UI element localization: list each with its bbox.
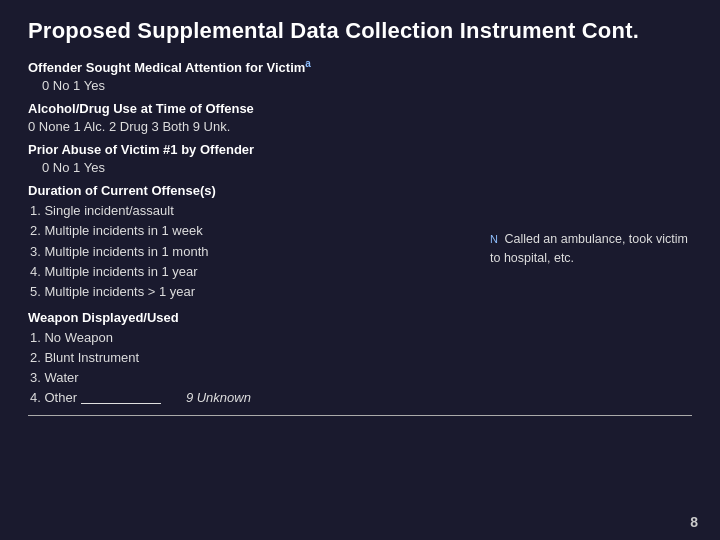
side-note: N Called an ambulance, took victim to ho… — [490, 230, 690, 268]
bottom-divider — [28, 415, 692, 416]
list-item: 4. Other 9 Unknown — [30, 388, 692, 408]
slide: Proposed Supplemental Data Collection In… — [0, 0, 720, 540]
section-medical-label: Offender Sought Medical Attention for Vi… — [28, 58, 692, 75]
section-duration-label: Duration of Current Offense(s) — [28, 183, 692, 198]
list-item: 5. Multiple incidents > 1 year — [30, 282, 692, 302]
list-item: 1. No Weapon — [30, 328, 692, 348]
section-medical-options: 0 No 1 Yes — [28, 78, 692, 93]
section-prior-label: Prior Abuse of Victim #1 by Offender — [28, 142, 692, 157]
side-note-text: Called an ambulance, took victim to hosp… — [490, 232, 688, 265]
list-item: 1. Single incident/assault — [30, 201, 692, 221]
section-prior-options: 0 No 1 Yes — [28, 160, 692, 175]
page-number: 8 — [690, 514, 698, 530]
section-alcohol-options: 0 None 1 Alc. 2 Drug 3 Both 9 Unk. — [28, 119, 692, 134]
other-blank — [81, 403, 161, 404]
list-item: 3. Water — [30, 368, 692, 388]
slide-title: Proposed Supplemental Data Collection In… — [28, 18, 692, 44]
list-item: 2. Blunt Instrument — [30, 348, 692, 368]
side-note-icon: N — [490, 233, 498, 245]
section-alcohol-label: Alcohol/Drug Use at Time of Offense — [28, 101, 692, 116]
section-weapon-list: 1. No Weapon 2. Blunt Instrument 3. Wate… — [28, 328, 692, 409]
unknown-label: 9 Unknown — [186, 390, 251, 405]
footnote-ref: a — [305, 58, 311, 69]
section-weapon-label: Weapon Displayed/Used — [28, 310, 692, 325]
